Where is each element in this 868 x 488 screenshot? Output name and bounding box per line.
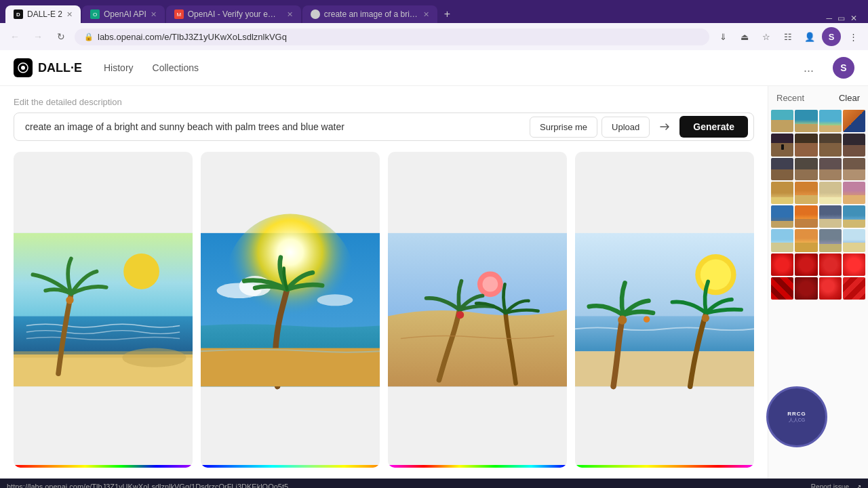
thumb-2-3[interactable]: [819, 134, 842, 156]
svg-point-11: [226, 214, 355, 342]
svg-point-27: [644, 316, 650, 322]
thumb-4-1[interactable]: [771, 182, 793, 204]
prompt-hint: Edit the detailed description: [14, 97, 754, 107]
svg-rect-23: [575, 316, 754, 351]
image-card-3[interactable]: [388, 152, 567, 468]
menu-dots: •••: [173, 161, 183, 172]
generate-button[interactable]: Generate: [679, 116, 748, 138]
logo-icon: [14, 58, 33, 77]
nav-collections[interactable]: Collections: [144, 58, 207, 77]
tab-openai[interactable]: O OpenAI API ✕: [82, 5, 165, 23]
dalle-logo: DALL·E: [14, 58, 82, 77]
downloads-button[interactable]: ⇓: [713, 27, 732, 46]
thumb-row-1: [771, 110, 865, 132]
thumb-2-1[interactable]: [771, 134, 793, 156]
color-strip-3: [388, 465, 567, 468]
status-bar: https://labs.openai.com/e/TlbJ3Z1yUKwXoL…: [0, 479, 868, 488]
collections-nav-button[interactable]: ☷: [778, 27, 797, 46]
thumb-8-2[interactable]: [795, 277, 817, 300]
thumb-4-2[interactable]: [795, 182, 817, 204]
thumb-7-2[interactable]: [795, 253, 817, 276]
address-bar[interactable]: 🔒 labs.openai.com/e/TlbJ3Z1yUKwXoLsdlznl…: [75, 28, 709, 45]
thumb-1-3[interactable]: [819, 110, 842, 132]
tab-openai-close[interactable]: ✕: [151, 10, 157, 19]
thumb-6-3[interactable]: [819, 229, 842, 251]
window-minimize[interactable]: ─: [826, 14, 832, 23]
thumb-5-4[interactable]: [843, 205, 865, 228]
tab-dalle-close[interactable]: ✕: [66, 10, 73, 19]
thumb-6-4[interactable]: [843, 229, 865, 251]
external-icon: ↗: [856, 483, 861, 489]
tab-dalle[interactable]: D DALL-E 2 ✕: [5, 5, 81, 23]
thumb-4-4[interactable]: [843, 182, 865, 204]
color-strip-1: [14, 465, 193, 468]
thumb-8-3[interactable]: [819, 277, 842, 300]
tab-bar: D DALL-E 2 ✕ O OpenAI API ✕ M OpenAI - V…: [0, 0, 868, 23]
watermark-circle: RRCG 人人CG: [766, 386, 827, 447]
svg-point-25: [618, 315, 627, 324]
gmail-favicon: M: [174, 9, 184, 19]
settings-button[interactable]: ⋮: [844, 27, 863, 46]
thumb-7-4[interactable]: [843, 253, 865, 276]
thumb-8-1[interactable]: [771, 277, 793, 300]
thumb-3-1[interactable]: [771, 158, 793, 180]
svg-point-8: [66, 296, 73, 304]
tab-gmail[interactable]: M OpenAI - Verify your email - sa... ✕: [166, 5, 301, 23]
user-avatar[interactable]: S: [833, 57, 854, 79]
prompt-area: Edit the detailed description Surprise m…: [14, 97, 754, 141]
report-issue[interactable]: Report issue: [811, 483, 849, 489]
thumb-3-2[interactable]: [795, 158, 817, 180]
thumb-1-1[interactable]: [771, 110, 793, 132]
svg-point-19: [456, 311, 464, 319]
image-card-2[interactable]: [201, 152, 380, 468]
thumb-3-4[interactable]: [843, 158, 865, 180]
image-card-4[interactable]: [575, 152, 754, 468]
prompt-input[interactable]: [25, 117, 524, 136]
thumb-7-3[interactable]: [819, 253, 842, 276]
window-restore[interactable]: ▭: [837, 14, 845, 23]
thumb-2-2[interactable]: [795, 134, 817, 156]
back-button[interactable]: ←: [5, 27, 24, 46]
beach-scene-4: [575, 152, 754, 468]
refresh-button[interactable]: ↻: [52, 27, 71, 46]
new-tab-button[interactable]: +: [439, 5, 456, 23]
thumb-5-1[interactable]: [771, 205, 793, 228]
thumb-6-1[interactable]: [771, 229, 793, 251]
svg-point-9: [122, 348, 186, 367]
logo-text: DALL·E: [38, 61, 82, 75]
upload-button[interactable]: Upload: [601, 117, 650, 138]
arrow-button[interactable]: [654, 116, 675, 138]
thumb-row-8: [771, 277, 865, 300]
forward-button[interactable]: →: [28, 27, 47, 46]
app-header: DALL·E History Collections ... S: [0, 50, 868, 86]
thumb-7-1[interactable]: [771, 253, 793, 276]
thumb-5-3[interactable]: [819, 205, 842, 228]
clear-button[interactable]: Clear: [839, 93, 860, 103]
nav-history[interactable]: History: [96, 58, 142, 77]
thumb-4-3[interactable]: [819, 182, 842, 204]
thumb-1-2[interactable]: [795, 110, 817, 132]
thumb-5-2[interactable]: [795, 205, 817, 228]
window-close[interactable]: ✕: [850, 14, 857, 23]
bookmark-button[interactable]: ☆: [757, 27, 776, 46]
tab-gmail-close[interactable]: ✕: [287, 10, 293, 19]
profile-switch-button[interactable]: 👤: [800, 27, 819, 46]
profile-button[interactable]: S: [822, 27, 841, 46]
thumb-3-3[interactable]: [819, 158, 842, 180]
thumb-row-5: [771, 205, 865, 228]
tab-4[interactable]: create an image of a bright and... ✕: [302, 5, 437, 23]
tab-4-close[interactable]: ✕: [423, 10, 429, 19]
thumb-6-2[interactable]: [795, 229, 817, 251]
svg-point-14: [317, 294, 353, 306]
image-card-1[interactable]: •••: [14, 152, 193, 468]
thumb-8-4[interactable]: [843, 277, 865, 300]
watermark-text-1: RRCG: [787, 411, 806, 417]
more-options-button[interactable]: ...: [798, 58, 819, 78]
app-content: DALL·E History Collections ... S Edit th…: [0, 50, 868, 479]
surprise-me-button[interactable]: Surprise me: [530, 117, 597, 138]
image-grid: •••: [14, 152, 754, 468]
thumb-1-4[interactable]: [843, 110, 865, 132]
extensions-button[interactable]: ⏏: [735, 27, 754, 46]
thumb-2-4[interactable]: [843, 134, 865, 156]
thumb-row-3: [771, 158, 865, 180]
